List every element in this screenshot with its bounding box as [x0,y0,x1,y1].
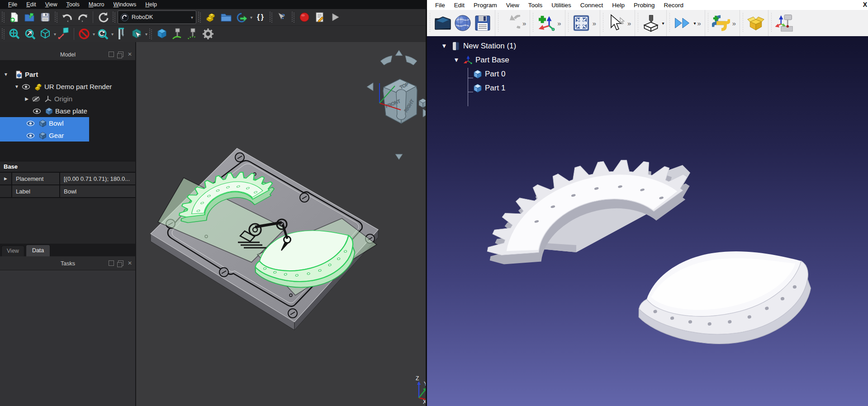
expander-open-icon[interactable]: ▼ [452,57,461,63]
fc-menu-view[interactable]: View [41,0,62,9]
tree-item-bowl-selected[interactable]: Bowl [0,117,89,129]
record-macro-button[interactable] [298,10,311,24]
settings-button[interactable] [201,27,215,41]
toolbar-grip[interactable] [742,13,744,33]
fc-menu-help[interactable]: Help [141,0,161,9]
fc-menu-file[interactable]: File [4,0,22,9]
panel-restore-icon[interactable] [109,52,114,57]
overflow-chevron-icon[interactable]: » [732,19,736,27]
toolbar-grip[interactable] [770,13,773,33]
toolbar-grip[interactable] [149,28,152,39]
panel-float-icon[interactable] [118,52,123,57]
property-row-placement[interactable]: ▶ Placement [(0.00 0.71 0.71); 180.0... [0,173,136,185]
toolbar-grip[interactable] [669,13,671,33]
toolbar-grip[interactable] [429,13,431,33]
select-object-button[interactable] [130,27,143,41]
overflow-chevron-icon[interactable]: » [697,19,701,27]
isometric-view-button[interactable] [38,27,52,41]
fc-menu-tools[interactable]: Tools [62,0,84,9]
close-button[interactable]: X [863,1,867,8]
panel-close-icon[interactable]: ✕ [128,261,132,265]
toolbar-grip[interactable] [567,13,569,33]
toolbar-grip[interactable] [2,28,5,39]
toolbar-grip[interactable] [532,13,534,33]
toolbar-grip[interactable] [2,12,5,23]
refresh-button[interactable] [96,10,110,24]
add-python-button[interactable] [712,14,730,32]
navcube-rotate-ccw-arrow[interactable] [380,56,392,65]
save-button[interactable] [38,10,52,24]
chevron-down-icon[interactable]: ▾ [93,32,95,37]
eye-icon[interactable] [22,83,30,91]
tree-item-part[interactable]: ▼ Part [0,68,136,80]
chevron-down-icon[interactable]: ▾ [250,15,252,20]
rdk-3d-view[interactable]: ▼ New Station (1) ▼ Part Base Part 0 P [427,36,868,406]
chevron-down-icon[interactable]: ▾ [145,32,147,37]
property-row-label[interactable]: Label Bowl [0,185,136,198]
tree-item-group[interactable]: ▼ UR Demo part Render [0,80,136,93]
toolbar-grip[interactable] [270,12,273,23]
overflow-chevron-icon[interactable]: » [593,19,596,27]
point-follow-button[interactable] [186,27,199,41]
zoom-selection-button[interactable] [23,27,37,41]
new-file-button[interactable] [8,10,21,24]
rdk-menu-record[interactable]: Record [659,1,688,9]
fc-menu-edit[interactable]: Edit [22,0,41,9]
run-macro-button[interactable] [328,10,342,24]
tree-item-part0[interactable]: Part 0 [427,67,516,81]
rdk-menu-probing[interactable]: Probing [629,1,659,9]
property-value[interactable]: Bowl [60,185,136,197]
auto-update-button[interactable] [96,27,109,41]
toolbar-grip[interactable] [602,13,604,33]
navigation-cube[interactable]: TOP FRONT RIGHT [367,50,426,160]
panel-close-icon[interactable]: ✕ [128,52,132,57]
add-reference-frame-button[interactable] [537,14,555,32]
toolbar-grip[interactable] [497,13,499,33]
navcube-left-arrow[interactable] [367,83,373,91]
fit-all-button[interactable] [8,27,21,41]
expander-open-icon[interactable]: ▼ [3,72,9,77]
fit-view-button[interactable] [572,14,590,32]
export-button[interactable] [235,10,248,24]
toolbar-grip[interactable] [55,12,58,23]
solid-view-button[interactable] [155,27,169,41]
model-panel-titlebar[interactable]: Model ✕ [0,49,136,60]
tab-data[interactable]: Data [26,245,50,256]
tree-item-origin[interactable]: ▶ Origin [0,93,136,105]
edit-macro-button[interactable] [313,10,327,24]
toolbar-grip[interactable] [292,12,295,23]
rdk-menu-view[interactable]: View [502,1,524,9]
chevron-down-icon[interactable]: ▾ [111,32,114,37]
dropdown-icon[interactable]: ▾ [693,21,696,26]
package-button[interactable] [747,14,765,32]
part-1-model[interactable] [630,237,818,359]
rdk-menu-connect[interactable]: Connect [576,1,607,9]
tree-item-part1[interactable]: Part 1 [427,81,516,95]
chevron-down-icon[interactable]: ▾ [54,32,56,37]
expander-open-icon[interactable]: ▼ [440,42,449,49]
fast-simulation-button[interactable] [674,14,692,32]
expander-closed-icon[interactable]: ▶ [0,173,12,184]
undo-button[interactable] [61,10,74,24]
curve-follow-button[interactable] [171,27,184,41]
tree-item-station[interactable]: ▼ New Station (1) [427,39,516,53]
redo-button[interactable] [76,10,90,24]
move-reference-button[interactable] [57,27,71,41]
toolbar-grip[interactable] [707,13,709,33]
disable-collision-button[interactable] [77,27,91,41]
eye-icon[interactable] [26,119,35,127]
tree-item-gear-selected[interactable]: Gear [0,129,89,142]
undo-button[interactable] [502,14,520,32]
rdk-menu-edit[interactable]: Edit [450,1,469,9]
expander-open-icon[interactable]: ▼ [14,84,20,89]
tree-item-baseplate[interactable]: Base plate [0,105,136,117]
navcube-rotate-cw-arrow[interactable] [405,56,417,65]
python-console-button[interactable]: { } [253,10,267,24]
property-group-base[interactable]: Base [0,161,136,173]
save-station-button[interactable] [474,14,492,32]
fc-menu-macro[interactable]: Macro [84,0,109,9]
rdk-menu-utilities[interactable]: Utilities [547,1,576,9]
rdk-menu-program[interactable]: Program [469,1,502,9]
overflow-chevron-icon[interactable]: » [627,19,631,27]
rdk-menu-help[interactable]: Help [607,1,629,9]
